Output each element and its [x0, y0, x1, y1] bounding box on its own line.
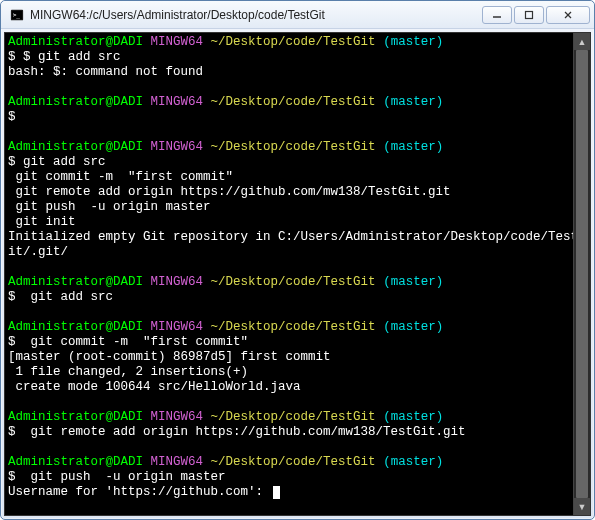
blank-line — [8, 305, 587, 320]
blank-line — [8, 125, 587, 140]
blank-line — [8, 80, 587, 95]
scroll-track[interactable] — [574, 50, 590, 498]
prompt-line: Administrator@DADI MINGW64 ~/Desktop/cod… — [8, 95, 587, 110]
output-line: $ $ git add src — [8, 50, 587, 65]
scroll-up-button[interactable]: ▲ — [574, 33, 590, 50]
blank-line — [8, 260, 587, 275]
output-line: [master (root-commit) 86987d5] first com… — [8, 350, 587, 365]
output-line: $ git commit -m "first commit" — [8, 335, 587, 350]
terminal-output[interactable]: Administrator@DADI MINGW64 ~/Desktop/cod… — [5, 33, 590, 515]
output-line: $ — [8, 110, 587, 125]
close-button[interactable] — [546, 6, 590, 24]
svg-text:>_: >_ — [13, 10, 21, 18]
scrollbar: ▲ ▼ — [573, 33, 590, 515]
cursor — [273, 486, 280, 499]
output-line: git commit -m "first commit" — [8, 170, 587, 185]
output-line: $ git push -u origin master — [8, 470, 587, 485]
output-line: Username for 'https://github.com': — [8, 485, 587, 500]
output-line: bash: $: command not found — [8, 65, 587, 80]
output-line: git push -u origin master — [8, 200, 587, 215]
output-line: 1 file changed, 2 insertions(+) — [8, 365, 587, 380]
app-icon: >_ — [9, 7, 25, 23]
output-line: $ git add src — [8, 290, 587, 305]
terminal-area: Administrator@DADI MINGW64 ~/Desktop/cod… — [4, 32, 591, 516]
window-frame: >_ MINGW64:/c/Users/Administrator/Deskto… — [0, 0, 595, 520]
output-line: $ git remote add origin https://github.c… — [8, 425, 587, 440]
prompt-line: Administrator@DADI MINGW64 ~/Desktop/cod… — [8, 275, 587, 290]
titlebar[interactable]: >_ MINGW64:/c/Users/Administrator/Deskto… — [1, 1, 594, 29]
scroll-down-button[interactable]: ▼ — [574, 498, 590, 515]
prompt-line: Administrator@DADI MINGW64 ~/Desktop/cod… — [8, 140, 587, 155]
scroll-thumb[interactable] — [576, 50, 588, 498]
blank-line — [8, 395, 587, 410]
maximize-button[interactable] — [514, 6, 544, 24]
output-line: create mode 100644 src/HelloWorld.java — [8, 380, 587, 395]
window-title: MINGW64:/c/Users/Administrator/Desktop/c… — [30, 8, 482, 22]
output-line: git init — [8, 215, 587, 230]
output-line: git remote add origin https://github.com… — [8, 185, 587, 200]
output-line: Initialized empty Git repository in C:/U… — [8, 230, 587, 260]
minimize-button[interactable] — [482, 6, 512, 24]
window-controls — [482, 6, 590, 24]
prompt-line: Administrator@DADI MINGW64 ~/Desktop/cod… — [8, 455, 587, 470]
svg-rect-4 — [526, 11, 533, 18]
blank-line — [8, 440, 587, 455]
output-line: $ git add src — [8, 155, 587, 170]
prompt-line: Administrator@DADI MINGW64 ~/Desktop/cod… — [8, 35, 587, 50]
prompt-line: Administrator@DADI MINGW64 ~/Desktop/cod… — [8, 410, 587, 425]
prompt-line: Administrator@DADI MINGW64 ~/Desktop/cod… — [8, 320, 587, 335]
